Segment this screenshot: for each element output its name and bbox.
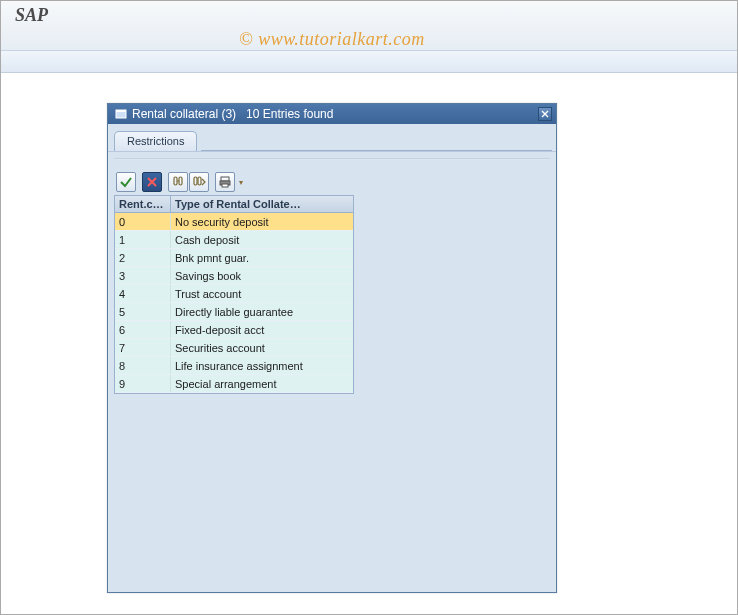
- cell-type: Life insurance assignment: [171, 357, 353, 374]
- cell-code: 9: [115, 375, 171, 392]
- table-row[interactable]: 3Savings book: [115, 267, 353, 285]
- cancel-button[interactable]: [142, 172, 162, 192]
- table-row[interactable]: 4Trust account: [115, 285, 353, 303]
- grid-body: 0No security deposit1Cash deposit2Bnk pm…: [115, 213, 353, 393]
- dialog-title: Rental collateral (3): [132, 104, 236, 124]
- cell-code: 5: [115, 303, 171, 320]
- table-row[interactable]: 8Life insurance assignment: [115, 357, 353, 375]
- cell-type: Trust account: [171, 285, 353, 302]
- svg-rect-2: [174, 177, 177, 185]
- svg-rect-5: [194, 177, 197, 185]
- cell-code: 4: [115, 285, 171, 302]
- tab-restrictions[interactable]: Restrictions: [114, 131, 197, 151]
- cell-code: 8: [115, 357, 171, 374]
- dialog-subtitle: 10 Entries found: [246, 104, 538, 124]
- column-header-code[interactable]: Rent.c…: [115, 196, 171, 212]
- dialog-titlebar: Rental collateral (3) 10 Entries found: [108, 104, 556, 124]
- search-help-dialog: Rental collateral (3) 10 Entries found R…: [107, 103, 557, 593]
- svg-rect-6: [198, 177, 201, 185]
- cell-type: Fixed-deposit acct: [171, 321, 353, 338]
- cell-code: 2: [115, 249, 171, 266]
- cell-code: 6: [115, 321, 171, 338]
- app-toolbar-strip: [1, 51, 737, 73]
- dialog-icon: [114, 107, 128, 121]
- svg-rect-1: [116, 110, 126, 112]
- column-header-type[interactable]: Type of Rental Collate…: [171, 196, 353, 212]
- cell-code: 7: [115, 339, 171, 356]
- result-toolbar: ▾: [114, 170, 550, 194]
- result-grid: Rent.c… Type of Rental Collate… 0No secu…: [114, 195, 354, 394]
- table-row[interactable]: 1Cash deposit: [115, 231, 353, 249]
- table-row[interactable]: 5Directly liable guarantee: [115, 303, 353, 321]
- accept-button[interactable]: [116, 172, 136, 192]
- find-button[interactable]: [168, 172, 188, 192]
- app-title: SAP: [1, 1, 737, 26]
- cell-type: Savings book: [171, 267, 353, 284]
- separator: [114, 158, 550, 160]
- watermark: © www.tutorialkart.com: [239, 29, 425, 50]
- cell-code: 0: [115, 213, 171, 230]
- svg-rect-3: [179, 177, 182, 185]
- cell-type: Special arrangement: [171, 375, 353, 392]
- dialog-body: ▾ Rent.c… Type of Rental Collate… 0No se…: [108, 152, 556, 592]
- table-row[interactable]: 2Bnk pmnt guar.: [115, 249, 353, 267]
- tab-filler: [201, 150, 552, 151]
- tab-strip: Restrictions: [108, 124, 556, 152]
- svg-rect-9: [222, 184, 228, 187]
- print-dropdown-icon[interactable]: ▾: [236, 172, 245, 192]
- cell-type: Directly liable guarantee: [171, 303, 353, 320]
- cell-type: Cash deposit: [171, 231, 353, 248]
- cell-code: 1: [115, 231, 171, 248]
- find-next-button[interactable]: [189, 172, 209, 192]
- cell-code: 3: [115, 267, 171, 284]
- close-button[interactable]: [538, 107, 552, 121]
- app-header: SAP © www.tutorialkart.com: [1, 1, 737, 51]
- grid-header: Rent.c… Type of Rental Collate…: [115, 196, 353, 213]
- table-row[interactable]: 0No security deposit: [115, 213, 353, 231]
- svg-rect-7: [221, 177, 229, 181]
- table-row[interactable]: 9Special arrangement: [115, 375, 353, 393]
- table-row[interactable]: 7Securities account: [115, 339, 353, 357]
- cell-type: Bnk pmnt guar.: [171, 249, 353, 266]
- print-button[interactable]: [215, 172, 235, 192]
- table-row[interactable]: 6Fixed-deposit acct: [115, 321, 353, 339]
- cell-type: Securities account: [171, 339, 353, 356]
- cell-type: No security deposit: [171, 213, 353, 230]
